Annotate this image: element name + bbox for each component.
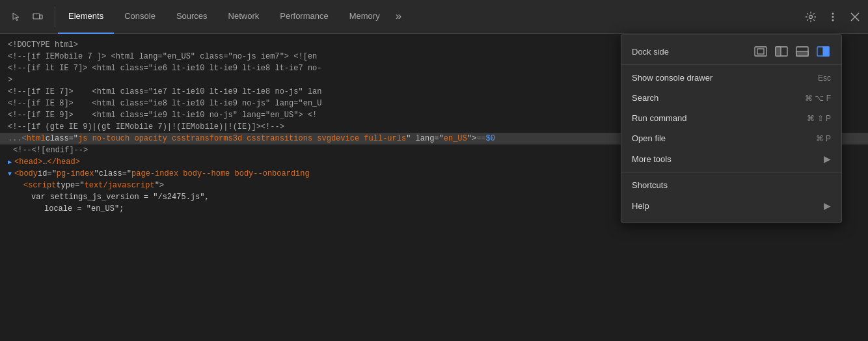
search-label: Search [632, 93, 805, 103]
help-arrow: ▶ [824, 200, 831, 211]
dock-bottom-button[interactable] [794, 44, 810, 59]
more-tools-label: More tools [632, 154, 824, 164]
menu-section-secondary: Shortcuts Help ▶ [621, 172, 841, 219]
settings-dropdown-menu: Dock side [621, 34, 842, 223]
menu-section-main: Show console drawer Esc Search ⌘ ⌥ F Run… [621, 65, 841, 172]
run-command-shortcut: ⌘ ⇧ P [807, 114, 831, 123]
shortcuts-label: Shortcuts [632, 180, 831, 190]
tab-sources[interactable]: Sources [166, 0, 218, 34]
toolbar-left-icons [3, 8, 52, 26]
settings-button[interactable] [800, 7, 821, 27]
menu-item-help[interactable]: Help ▶ [621, 195, 841, 216]
svg-point-5 [832, 19, 834, 21]
close-button[interactable] [845, 7, 865, 27]
svg-rect-1 [40, 15, 42, 19]
more-options-button[interactable] [822, 7, 843, 27]
search-shortcut: ⌘ ⌥ F [805, 94, 831, 103]
toolbar-right [800, 7, 865, 27]
select-element-button[interactable] [8, 8, 26, 26]
dock-left-button[interactable] [774, 44, 789, 59]
tab-network[interactable]: Network [218, 0, 270, 34]
svg-point-3 [832, 12, 834, 14]
tab-performance[interactable]: Performance [269, 0, 338, 34]
more-tabs-button[interactable]: » [390, 0, 407, 34]
run-command-label: Run command [632, 113, 807, 123]
menu-item-search[interactable]: Search ⌘ ⌥ F [621, 88, 841, 108]
svg-point-2 [809, 15, 813, 18]
open-file-shortcut: ⌘ P [816, 134, 831, 143]
menu-item-run-command[interactable]: Run command ⌘ ⇧ P [621, 108, 841, 128]
more-tools-arrow: ▶ [824, 154, 831, 164]
dock-side-section: Dock side [621, 38, 841, 65]
dock-icons-group [753, 44, 831, 59]
svg-point-4 [832, 16, 834, 18]
devtools-toolbar: Elements Console Sources Network Perform… [0, 0, 868, 34]
menu-item-more-tools[interactable]: More tools ▶ [621, 148, 841, 169]
svg-rect-11 [776, 47, 781, 56]
help-label: Help [632, 201, 824, 211]
tab-console[interactable]: Console [114, 0, 166, 34]
dock-right-button[interactable] [815, 44, 831, 59]
svg-rect-0 [33, 14, 40, 19]
dock-undock-button[interactable] [753, 44, 768, 59]
show-console-shortcut: Esc [818, 74, 831, 83]
menu-item-open-file[interactable]: Open file ⌘ P [621, 128, 841, 148]
tab-elements[interactable]: Elements [58, 0, 114, 34]
svg-rect-8 [755, 47, 766, 56]
menu-item-show-console[interactable]: Show console drawer Esc [621, 68, 841, 88]
device-mode-button[interactable] [29, 8, 47, 26]
svg-rect-15 [823, 47, 829, 56]
svg-rect-9 [757, 49, 764, 54]
dock-side-label: Dock side [632, 47, 742, 57]
open-file-label: Open file [632, 133, 816, 143]
svg-rect-13 [796, 51, 808, 56]
toolbar-divider [55, 7, 55, 27]
tab-memory[interactable]: Memory [339, 0, 390, 34]
menu-item-shortcuts[interactable]: Shortcuts [621, 175, 841, 195]
show-console-label: Show console drawer [632, 73, 818, 83]
